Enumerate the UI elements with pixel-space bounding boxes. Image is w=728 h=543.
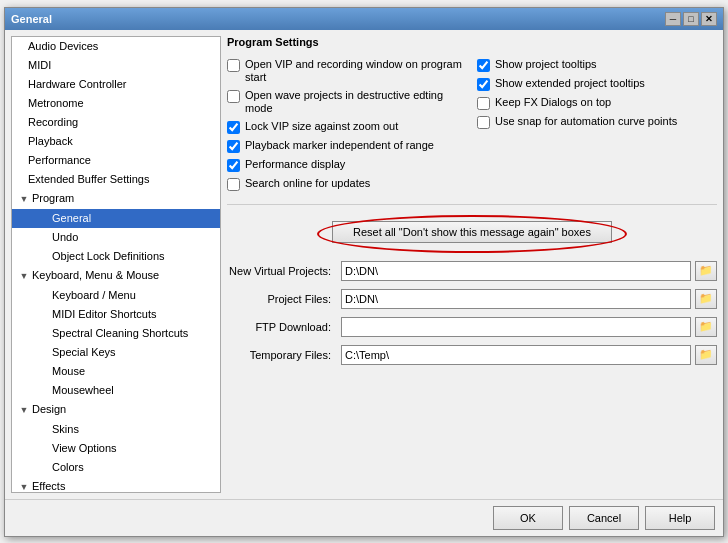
content-area: Audio DevicesMIDIHardware ControllerMetr… xyxy=(5,30,723,499)
tree-item-recording[interactable]: Recording xyxy=(12,113,220,132)
checkbox-label-open-vip: Open VIP and recording window on program… xyxy=(245,58,467,84)
tree-item-design[interactable]: ▼Design xyxy=(12,400,220,420)
tree-item-effects[interactable]: ▼Effects xyxy=(12,477,220,493)
reset-button[interactable]: Reset all "Don't show this message again… xyxy=(332,221,612,243)
folder-button-project-files[interactable]: 📁 xyxy=(695,289,717,309)
tree-item-undo[interactable]: Undo xyxy=(12,228,220,247)
field-label-project-files: Project Files: xyxy=(227,293,337,305)
checkbox-keep-fx[interactable] xyxy=(477,97,490,110)
section-title: Program Settings xyxy=(227,36,717,48)
tree-label-undo: Undo xyxy=(52,231,78,243)
tree-label-general: General xyxy=(52,212,91,224)
checkbox-show-tooltips[interactable] xyxy=(477,59,490,72)
tree-item-view-options[interactable]: View Options xyxy=(12,439,220,458)
field-input-ftp-download[interactable] xyxy=(341,317,691,337)
close-button[interactable]: ✕ xyxy=(701,12,717,26)
checkbox-label-performance: Performance display xyxy=(245,158,345,171)
checkbox-label-use-snap: Use snap for automation curve points xyxy=(495,115,677,128)
tree-panel: Audio DevicesMIDIHardware ControllerMetr… xyxy=(11,36,221,493)
tree-label-special-keys: Special Keys xyxy=(52,346,116,358)
checkbox-use-snap[interactable] xyxy=(477,116,490,129)
tree-label-extended-buffer: Extended Buffer Settings xyxy=(28,173,150,185)
field-input-new-virtual[interactable] xyxy=(341,261,691,281)
tree-label-keyboard-menu: Keyboard / Menu xyxy=(52,289,136,301)
field-row-new-virtual: New Virtual Projects:📁 xyxy=(227,261,717,281)
tree-item-spectral-cleaning[interactable]: Spectral Cleaning Shortcuts xyxy=(12,324,220,343)
checkbox-row-lock-vip: Lock VIP size against zoom out xyxy=(227,120,467,134)
folder-button-new-virtual[interactable]: 📁 xyxy=(695,261,717,281)
checkbox-performance[interactable] xyxy=(227,159,240,172)
tree-item-playback[interactable]: Playback xyxy=(12,132,220,151)
checkbox-open-wave[interactable] xyxy=(227,90,240,103)
tree-item-special-keys[interactable]: Special Keys xyxy=(12,343,220,362)
checkbox-playback-marker[interactable] xyxy=(227,140,240,153)
checkbox-row-keep-fx: Keep FX Dialogs on top xyxy=(477,96,717,110)
ok-button[interactable]: OK xyxy=(493,506,563,530)
checkboxes-col2: Show project tooltipsShow extended proje… xyxy=(477,58,717,196)
tree-label-performance: Performance xyxy=(28,154,91,166)
checkbox-label-lock-vip: Lock VIP size against zoom out xyxy=(245,120,398,133)
checkbox-open-vip[interactable] xyxy=(227,59,240,72)
tree-label-effects: Effects xyxy=(32,480,65,492)
maximize-button[interactable]: □ xyxy=(683,12,699,26)
reset-button-container: Reset all "Don't show this message again… xyxy=(227,221,717,243)
checkbox-label-open-wave: Open wave projects in destructive edting… xyxy=(245,89,467,115)
tree-label-audio-devices: Audio Devices xyxy=(28,40,98,52)
tree-item-general[interactable]: General xyxy=(12,209,220,228)
tree-item-extended-buffer[interactable]: Extended Buffer Settings xyxy=(12,170,220,189)
settings-panel: Program Settings Open VIP and recording … xyxy=(227,36,717,493)
folder-button-ftp-download[interactable]: 📁 xyxy=(695,317,717,337)
checkbox-label-keep-fx: Keep FX Dialogs on top xyxy=(495,96,611,109)
tree-item-object-lock[interactable]: Object Lock Definitions xyxy=(12,247,220,266)
checkbox-label-playback-marker: Playback marker independent of range xyxy=(245,139,434,152)
checkbox-row-search-online: Search online for updates xyxy=(227,177,467,191)
field-input-temporary-files[interactable] xyxy=(341,345,691,365)
folder-button-temporary-files[interactable]: 📁 xyxy=(695,345,717,365)
checkbox-row-open-wave: Open wave projects in destructive edting… xyxy=(227,89,467,115)
tree-item-keyboard-menu[interactable]: Keyboard / Menu xyxy=(12,286,220,305)
tree-item-mouse[interactable]: Mouse xyxy=(12,362,220,381)
checkbox-show-ext-tooltips[interactable] xyxy=(477,78,490,91)
tree-item-program[interactable]: ▼Program xyxy=(12,189,220,209)
cancel-button[interactable]: Cancel xyxy=(569,506,639,530)
minimize-button[interactable]: ─ xyxy=(665,12,681,26)
field-row-ftp-download: FTP Download:📁 xyxy=(227,317,717,337)
field-label-ftp-download: FTP Download: xyxy=(227,321,337,333)
checkbox-label-show-tooltips: Show project tooltips xyxy=(495,58,597,71)
tree-item-performance[interactable]: Performance xyxy=(12,151,220,170)
checkboxes-col1: Open VIP and recording window on program… xyxy=(227,58,467,196)
tree-item-colors[interactable]: Colors xyxy=(12,458,220,477)
tree-label-keyboard-menu-mouse: Keyboard, Menu & Mouse xyxy=(32,269,159,281)
checkbox-row-playback-marker: Playback marker independent of range xyxy=(227,139,467,153)
tree-label-recording: Recording xyxy=(28,116,78,128)
checkboxes-area: Open VIP and recording window on program… xyxy=(227,58,717,196)
tree-item-midi[interactable]: MIDI xyxy=(12,56,220,75)
window-title: General xyxy=(11,13,52,25)
tree-item-midi-editor[interactable]: MIDI Editor Shortcuts xyxy=(12,305,220,324)
help-button[interactable]: Help xyxy=(645,506,715,530)
tree-item-audio-devices[interactable]: Audio Devices xyxy=(12,37,220,56)
checkbox-row-performance: Performance display xyxy=(227,158,467,172)
tree-label-hardware-controller: Hardware Controller xyxy=(28,78,126,90)
tree-item-skins[interactable]: Skins xyxy=(12,420,220,439)
checkbox-lock-vip[interactable] xyxy=(227,121,240,134)
field-row-project-files: Project Files:📁 xyxy=(227,289,717,309)
main-window: General ─ □ ✕ Audio DevicesMIDIHardware … xyxy=(4,7,724,537)
field-input-project-files[interactable] xyxy=(341,289,691,309)
field-row-temporary-files: Temporary Files:📁 xyxy=(227,345,717,365)
titlebar-buttons: ─ □ ✕ xyxy=(665,12,717,26)
tree-label-mousewheel: Mousewheel xyxy=(52,384,114,396)
checkbox-row-use-snap: Use snap for automation curve points xyxy=(477,115,717,129)
tree-label-program: Program xyxy=(32,192,74,204)
divider xyxy=(227,204,717,205)
checkbox-search-online[interactable] xyxy=(227,178,240,191)
field-label-new-virtual: New Virtual Projects: xyxy=(227,265,337,277)
tree-label-metronome: Metronome xyxy=(28,97,84,109)
tree-label-midi-editor: MIDI Editor Shortcuts xyxy=(52,308,157,320)
tree-item-keyboard-menu-mouse[interactable]: ▼Keyboard, Menu & Mouse xyxy=(12,266,220,286)
tree-item-mousewheel[interactable]: Mousewheel xyxy=(12,381,220,400)
tree-item-hardware-controller[interactable]: Hardware Controller xyxy=(12,75,220,94)
checkbox-row-show-tooltips: Show project tooltips xyxy=(477,58,717,72)
tree-item-metronome[interactable]: Metronome xyxy=(12,94,220,113)
checkbox-row-show-ext-tooltips: Show extended project tooltips xyxy=(477,77,717,91)
